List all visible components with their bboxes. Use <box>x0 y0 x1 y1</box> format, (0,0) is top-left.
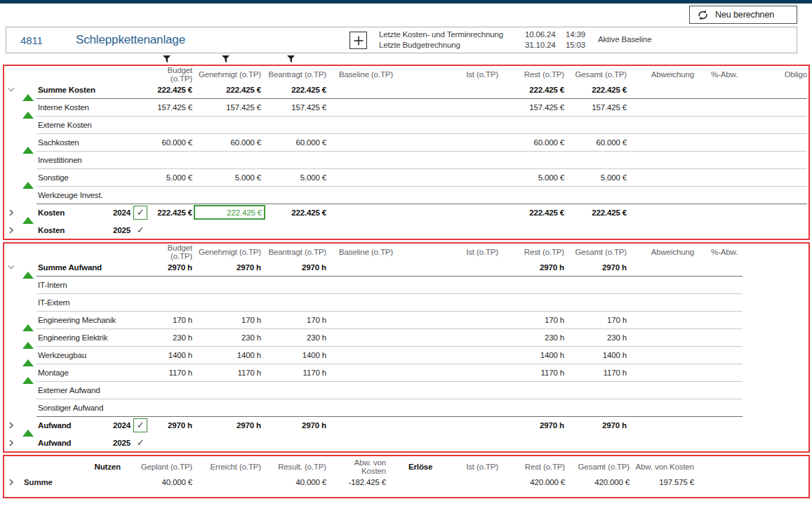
column-header: Gesamt (o.TP) <box>566 70 628 79</box>
table-row[interactable]: Montage1170 h1170 h1170 h1170 h1170 h <box>4 364 808 381</box>
table-row[interactable]: Werkzeugbau1400 h1400 h1400 h1400 h1400 … <box>4 346 808 364</box>
cell-beantragt: 5.000 € <box>262 173 328 182</box>
table-row[interactable]: Interne Kosten157.425 €157.425 €157.425 … <box>4 98 808 116</box>
column-header-row: Budget (o.TP)Genehmigt (o.TP)Beantragt (… <box>4 66 808 81</box>
expander-cell[interactable] <box>4 421 18 430</box>
column-header-gesamt: Gesamt (o.TP) <box>566 463 631 471</box>
year-checkmark-icon[interactable]: ✓ <box>133 436 147 450</box>
cell-gesamt: 170 h <box>566 316 628 324</box>
column-header-geplant: Geplant (o.TP) <box>122 463 194 471</box>
top-navy-bar <box>0 0 812 4</box>
expander-cell[interactable] <box>4 208 18 217</box>
recalculate-button[interactable]: Neu berechnen <box>689 6 797 24</box>
table-row[interactable]: Engineering Mechanik170 h170 h170 h170 h… <box>4 311 808 328</box>
row-year: 2024 <box>107 421 133 430</box>
row-label: Engineering Mechanik <box>36 316 107 324</box>
table-row[interactable]: Summe Aufwand2970 h2970 h2970 h2970 h297… <box>4 258 808 276</box>
filter-funnel-icon[interactable] <box>162 55 171 65</box>
last-cost-calc-date: 10.06.24 <box>525 29 566 40</box>
chevron-right-icon[interactable] <box>7 421 15 430</box>
year-checkmark-icon[interactable]: ✓ <box>133 223 147 237</box>
column-header: Rest (o.TP) <box>500 248 566 256</box>
cell-budget: 2970 h <box>156 263 194 272</box>
cell-beantragt: 2970 h <box>262 263 328 272</box>
table-row[interactable]: IT-Extern <box>4 293 808 311</box>
year-checkbox[interactable]: ✓ <box>133 206 147 220</box>
row-label: Summe Aufwand <box>36 263 107 272</box>
cell-budget: 170 h <box>156 316 194 324</box>
table-row[interactable]: Sonstige5.000 €5.000 €5.000 €5.000 €5.00… <box>4 168 808 186</box>
column-header: Genehmigt (o.TP) <box>194 248 262 256</box>
column-header-nutzen: Nutzen <box>18 463 122 471</box>
chevron-right-icon[interactable] <box>7 478 15 486</box>
cell-genehmigt: 222.425 € <box>194 205 262 220</box>
table-row[interactable]: Investitionen <box>4 151 808 168</box>
column-header-result: Result. (o.TP) <box>262 463 328 471</box>
column-header: Beantragt (o.TP) <box>262 70 328 79</box>
checkbox-cell[interactable]: ✓ <box>133 418 156 432</box>
table-row[interactable]: Aufwand2024✓2970 h2970 h2970 h2970 h2970… <box>4 416 808 434</box>
table-row[interactable]: Engineering Elektrik230 h230 h230 h230 h… <box>4 328 808 346</box>
row-label: Kosten <box>36 226 107 234</box>
chevron-right-icon[interactable] <box>7 226 15 234</box>
cell-gesamt: 420.000 € <box>566 478 631 486</box>
table-row[interactable]: Externer Aufwand <box>4 381 808 399</box>
chevron-down-icon[interactable] <box>7 263 15 272</box>
cell-rest: 5.000 € <box>500 173 566 182</box>
row-label: Summe Kosten <box>36 86 107 94</box>
row-year: 2025 <box>107 226 133 234</box>
cell-abw_von_kosten2: 197.575 € <box>631 478 695 486</box>
year-checkbox[interactable]: ✓ <box>133 418 147 432</box>
cell-budget: 5.000 € <box>156 173 194 182</box>
table-row[interactable]: Sonstiger Aufwand <box>4 399 808 416</box>
column-header: Abweichung <box>628 248 695 256</box>
table-row[interactable]: IT-Intern <box>4 276 808 293</box>
filter-funnel-icon[interactable] <box>286 55 295 65</box>
row-label: Externe Kosten <box>36 121 107 129</box>
last-budget-calc-time: 15:03 <box>566 40 594 51</box>
expander-cell[interactable] <box>4 86 18 94</box>
expander-cell[interactable] <box>4 439 18 447</box>
table-row[interactable]: Kosten2024✓222.425 €222.425 €222.425 €22… <box>4 204 808 221</box>
table-row[interactable]: Kosten2025✓ <box>4 221 808 239</box>
expand-plus-button[interactable] <box>350 32 367 49</box>
status-cell <box>18 103 36 112</box>
expander-cell[interactable] <box>4 263 18 272</box>
expander-cell[interactable] <box>4 478 18 486</box>
table-row[interactable]: Werkzeuge Invest. <box>4 186 808 204</box>
table-row[interactable]: Externe Kosten <box>4 116 808 133</box>
table-row[interactable]: Aufwand2025✓ <box>4 434 808 451</box>
cell-gesamt: 157.425 € <box>566 103 628 112</box>
chevron-down-icon[interactable] <box>7 86 15 94</box>
table-row[interactable]: Sachkosten60.000 €60.000 €60.000 €60.000… <box>4 133 808 151</box>
chevron-right-icon[interactable] <box>7 439 15 447</box>
status-cell <box>18 421 36 430</box>
table-row[interactable]: Summe40.000 €40.000 €-182.425 €420.000 €… <box>4 474 808 491</box>
checkbox-cell[interactable]: ✓ <box>133 436 156 450</box>
cell-beantragt: 230 h <box>262 333 328 342</box>
cell-beantragt: 157.425 € <box>262 103 328 112</box>
chevron-right-icon[interactable] <box>7 208 15 217</box>
row-label: Externer Aufwand <box>36 386 107 394</box>
refresh-icon <box>697 9 709 21</box>
filter-funnel-icon[interactable] <box>221 55 230 65</box>
cell-genehmigt: 1400 h <box>194 351 262 359</box>
status-cell <box>18 208 36 217</box>
cell-rest: 230 h <box>500 333 566 342</box>
status-cell <box>18 173 36 182</box>
last-calculation-info: Letzte Kosten- und Terminrechnung 10.06.… <box>379 29 594 51</box>
genehmigt-input[interactable]: 222.425 € <box>194 205 265 220</box>
column-header-erloese: Erlöse <box>387 463 430 471</box>
cell-genehmigt: 60.000 € <box>194 138 262 147</box>
column-filter-row <box>0 55 812 65</box>
checkbox-cell[interactable]: ✓ <box>133 206 156 220</box>
cell-budget: 230 h <box>156 333 194 342</box>
row-label: Aufwand <box>36 421 107 430</box>
cell-gesamt: 222.425 € <box>566 86 628 94</box>
cell-beantragt: 1400 h <box>262 351 328 359</box>
table-row[interactable]: Summe Kosten222.425 €222.425 €222.425 €2… <box>4 81 808 98</box>
expander-cell[interactable] <box>4 226 18 234</box>
checkbox-cell[interactable]: ✓ <box>133 223 156 237</box>
column-header-erreicht: Erreicht (o.TP) <box>194 463 262 471</box>
cell-rest: 170 h <box>500 316 566 324</box>
